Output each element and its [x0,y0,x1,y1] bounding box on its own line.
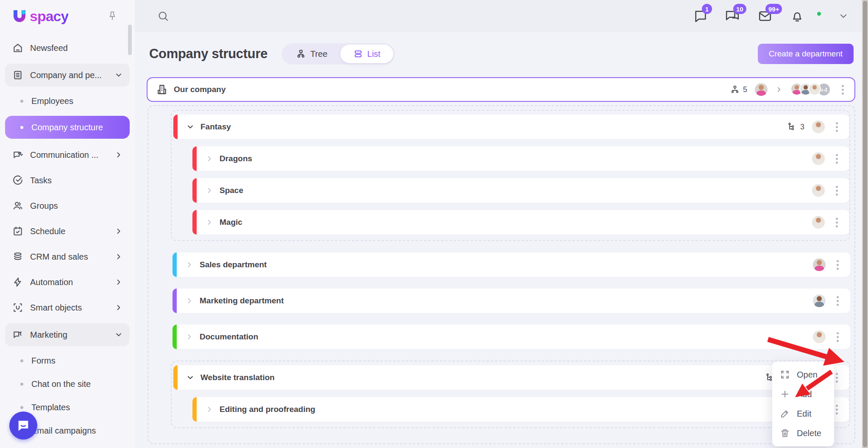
sidebar-item-label: Schedule [30,227,111,236]
department-row[interactable]: Website translation [173,365,849,390]
tab-tree-view[interactable]: Tree [283,45,340,63]
company-icon [12,69,24,81]
sidebar-item-label: Automation [30,277,111,287]
department-row[interactable]: Sales department [172,252,850,277]
chevron-right-icon[interactable] [205,186,214,195]
row-context-menu: Open Add Edit Delete [772,361,834,446]
department-name: Space [220,186,243,195]
context-menu-label: Edit [797,409,811,419]
department-row[interactable]: Fantasy 3 [173,115,849,139]
pin-sidebar-icon[interactable] [107,11,118,22]
support-chat-button[interactable] [9,412,37,440]
expand-icon [780,370,790,380]
chevron-right-icon[interactable] [185,260,194,269]
chevron-down-icon [114,330,123,339]
sidebar-item-forms[interactable]: Forms [5,352,130,369]
kebab-menu-button[interactable] [832,120,841,134]
department-row[interactable]: Magic [192,210,849,235]
avatar [813,330,826,343]
department-row[interactable]: Documentation [172,325,850,349]
department-row[interactable]: Marketing department [172,288,850,313]
avatar [813,258,826,271]
context-menu-delete[interactable]: Delete [772,423,834,443]
direct-messages-badge: 1 [702,4,712,14]
tree-view-icon [296,49,306,59]
tab-label: List [367,49,381,59]
sidebar-item-smart-objects[interactable]: Smart objects [5,298,130,317]
sidebar-item-label: Tasks [30,176,123,185]
sidebar-item-newsfeed[interactable]: Newsfeed [5,38,130,58]
departments-container: Fantasy 3 [147,105,855,444]
uspacy-logo-mark [10,7,29,25]
sidebar-item-groups[interactable]: Groups [5,196,130,216]
department-row[interactable]: Editing and proofreading [192,397,849,422]
user-menu-chevron-down-icon[interactable] [838,11,849,21]
direct-messages-icon[interactable]: 1 [693,9,708,23]
uspacy-logo[interactable]: spacy [10,7,68,25]
avatar [755,83,768,96]
department-name: Website translation [200,373,275,382]
sidebar-item-crm[interactable]: CRM and sales [5,247,130,266]
avatar [808,83,821,95]
context-menu-open[interactable]: Open [772,365,834,384]
mail-badge: 99+ [765,4,782,14]
kebab-menu-button[interactable] [838,83,847,96]
sidebar-item-marketing[interactable]: Marketing [5,323,130,346]
building-icon [156,84,168,95]
kebab-menu-button[interactable] [832,152,841,165]
mail-icon[interactable]: 99+ [757,9,773,23]
sidebar-item-automation[interactable]: Automation [5,272,130,292]
avatar [812,152,825,165]
context-menu-edit[interactable]: Edit [772,404,834,423]
website-translation-group: Website translation [171,361,850,428]
subtree-count: 3 [787,122,804,132]
chevron-down-icon[interactable] [186,373,195,382]
sidebar-item-label: Email campaigns [31,426,123,436]
chevron-right-icon [114,227,123,235]
scrollbar-thumb[interactable] [863,1,867,447]
tab-list-view[interactable]: List [340,45,393,63]
page-title: Company structure [149,46,267,62]
sidebar-item-company-structure[interactable]: Company structure [5,116,130,139]
department-name: Editing and proofreading [220,405,315,414]
sidebar-item-label: Smart objects [30,303,111,313]
kebab-menu-button[interactable] [832,184,841,197]
sidebar-scrollbar-thumb[interactable] [128,25,132,55]
group-chats-icon[interactable]: 10 [725,9,740,23]
sidebar-item-communication[interactable]: Communication ... [5,145,130,165]
sidebar-item-label: CRM and sales [30,252,111,262]
create-department-button[interactable]: Create a department [758,44,854,64]
sidebar-item-company-and-people[interactable]: Company and pe... [5,64,130,87]
kebab-menu-button[interactable] [833,330,842,344]
kebab-menu-button[interactable] [833,294,842,308]
view-toggle: Tree List [282,43,395,64]
sidebar-item-employees[interactable]: Employees [5,92,130,109]
department-list: Our company 5 +4 [147,77,855,444]
department-name: Marketing department [200,296,284,305]
department-row[interactable]: Space [192,178,849,203]
chevron-right-icon[interactable] [185,333,194,341]
department-row[interactable]: Dragons [192,146,849,171]
chevron-right-icon[interactable] [205,218,214,227]
kebab-menu-button[interactable] [832,216,841,229]
search-icon[interactable] [157,10,170,22]
chevron-right-icon[interactable] [205,154,214,163]
company-name: Our company [174,85,225,94]
bullet-icon [20,100,23,103]
sidebar-item-schedule[interactable]: Schedule [5,221,130,241]
chevron-right-icon[interactable] [185,297,194,305]
chevron-right-icon[interactable] [205,405,214,414]
sidebar-item-chat-on-the-site[interactable]: Chat on the site [5,375,130,392]
group-chats-badge: 10 [733,4,746,14]
kebab-menu-button[interactable] [833,258,842,272]
sidebar-item-label: Newsfeed [30,43,123,53]
department-name: Dragons [220,154,252,163]
page-scrollbar[interactable] [862,0,868,448]
chevron-down-icon[interactable] [186,123,195,131]
sidebar-item-tasks[interactable]: Tasks [5,171,130,190]
org-tree-icon [730,84,740,95]
notifications-bell-icon[interactable] [790,9,804,23]
context-menu-add[interactable]: Add [772,384,834,404]
company-root-row[interactable]: Our company 5 +4 [147,77,855,102]
schedule-icon [12,225,24,237]
